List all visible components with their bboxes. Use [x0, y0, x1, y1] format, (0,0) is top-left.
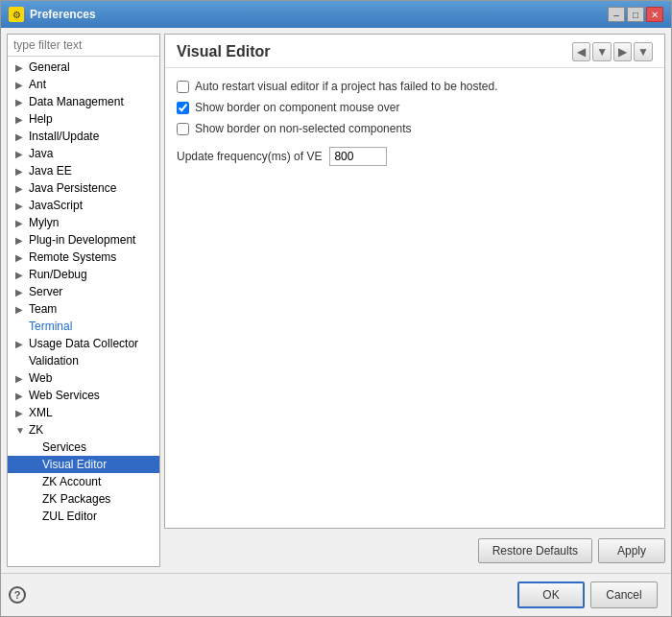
tree-label-usage-data-collector: Usage Data Collector [29, 337, 138, 350]
show-border-mouse-checkbox[interactable] [177, 102, 189, 114]
tree-item-run-debug[interactable]: ▶Run/Debug [8, 266, 159, 283]
tree-arrow-web-services: ▶ [15, 391, 25, 401]
preferences-icon: ⚙ [9, 7, 24, 22]
tree-item-usage-data-collector[interactable]: ▶Usage Data Collector [8, 335, 159, 352]
tree-item-zk-packages[interactable]: ZK Packages [8, 490, 159, 508]
tree-arrow-ant: ▶ [15, 80, 25, 90]
cancel-button[interactable]: Cancel [590, 581, 658, 608]
tree-item-mylyn[interactable]: ▶Mylyn [8, 214, 159, 231]
tree-item-terminal[interactable]: Terminal [8, 318, 159, 335]
close-button[interactable]: ✕ [646, 7, 663, 22]
tree-arrow-usage-data-collector: ▶ [15, 339, 25, 349]
tree-item-general[interactable]: ▶General [8, 59, 159, 76]
back-dropdown-icon: ▼ [596, 45, 608, 59]
restore-apply-row: Restore Defaults Apply [164, 534, 665, 567]
forward-dropdown-icon: ▼ [637, 45, 649, 59]
minimize-button[interactable]: – [608, 7, 625, 22]
filter-input[interactable] [8, 35, 159, 57]
content-body: Auto restart visual editor if a project … [165, 68, 664, 528]
tree-item-javascript[interactable]: ▶JavaScript [8, 197, 159, 214]
restore-defaults-button[interactable]: Restore Defaults [478, 538, 592, 563]
tree-arrow-help: ▶ [15, 114, 25, 125]
content-header: Visual Editor ◀ ▼ ▶ ▼ [165, 35, 664, 68]
footer-area: ? OK Cancel [1, 573, 671, 616]
back-dropdown-button[interactable]: ▼ [592, 42, 612, 61]
tree-label-remote-systems: Remote Systems [29, 250, 116, 264]
tree-item-java-ee[interactable]: ▶Java EE [8, 162, 159, 179]
auto-restart-row: Auto restart visual editor if a project … [177, 80, 653, 93]
tree-label-install-update: Install/Update [29, 130, 99, 143]
right-panel: Visual Editor ◀ ▼ ▶ ▼ [164, 34, 665, 567]
tree-arrow-zk: ▼ [15, 425, 25, 436]
tree-label-zk-packages: ZK Packages [42, 492, 110, 506]
tree-item-java[interactable]: ▶Java [8, 145, 159, 162]
tree-item-web[interactable]: ▶Web [8, 369, 159, 387]
apply-button[interactable]: Apply [598, 538, 665, 563]
tree-item-java-persistence[interactable]: ▶Java Persistence [8, 179, 159, 197]
tree-item-web-services[interactable]: ▶Web Services [8, 387, 159, 404]
auto-restart-label: Auto restart visual editor if a project … [195, 80, 498, 93]
tree-item-install-update[interactable]: ▶Install/Update [8, 128, 159, 145]
nav-buttons: ◀ ▼ ▶ ▼ [572, 42, 653, 61]
tree-item-zk[interactable]: ▼ZK [8, 421, 159, 439]
tree-item-plugin-development[interactable]: ▶Plug-in Development [8, 231, 159, 249]
tree-arrow-install-update: ▶ [15, 131, 25, 142]
tree-arrow-remote-systems: ▶ [15, 252, 25, 263]
tree-label-mylyn: Mylyn [29, 216, 59, 229]
tree-item-zk-account[interactable]: ZK Account [8, 473, 159, 490]
back-icon: ◀ [577, 45, 586, 59]
tree-list: ▶General▶Ant▶Data Management▶Help▶Instal… [8, 57, 159, 566]
main-content: ▶General▶Ant▶Data Management▶Help▶Instal… [1, 28, 671, 573]
show-border-nonselected-row: Show border on non-selected components [177, 122, 653, 135]
preferences-dialog: ⚙ Preferences – □ ✕ ▶General▶Ant▶Data Ma… [0, 0, 672, 617]
tree-label-java: Java [29, 147, 53, 160]
show-border-nonselected-checkbox[interactable] [177, 123, 189, 135]
tree-item-remote-systems[interactable]: ▶Remote Systems [8, 249, 159, 266]
tree-label-terminal: Terminal [29, 320, 72, 333]
tree-arrow-java: ▶ [15, 149, 25, 159]
tree-item-visual-editor[interactable]: Visual Editor [8, 456, 159, 473]
tree-arrow-javascript: ▶ [15, 201, 25, 211]
tree-arrow-server: ▶ [15, 287, 25, 297]
tree-item-help[interactable]: ▶Help [8, 110, 159, 128]
tree-arrow-plugin-development: ▶ [15, 235, 25, 246]
dialog-title: Preferences [30, 8, 96, 21]
tree-item-ant[interactable]: ▶Ant [8, 76, 159, 93]
tree-label-web: Web [29, 371, 52, 385]
left-panel: ▶General▶Ant▶Data Management▶Help▶Instal… [7, 34, 160, 567]
tree-label-zk: ZK [29, 423, 43, 437]
bottom-section: Restore Defaults Apply [164, 529, 665, 567]
content-area: Visual Editor ◀ ▼ ▶ ▼ [164, 34, 665, 529]
tree-label-web-services: Web Services [29, 389, 100, 402]
tree-item-data-management[interactable]: ▶Data Management [8, 93, 159, 110]
update-frequency-input[interactable] [329, 147, 387, 166]
tree-label-xml: XML [29, 406, 53, 419]
tree-label-ant: Ant [29, 78, 46, 91]
tree-item-validation[interactable]: Validation [8, 352, 159, 369]
ok-button[interactable]: OK [517, 581, 585, 608]
tree-item-services[interactable]: Services [8, 439, 159, 456]
auto-restart-checkbox[interactable] [177, 81, 189, 93]
content-title: Visual Editor [177, 43, 271, 60]
tree-label-java-persistence: Java Persistence [29, 181, 116, 195]
tree-label-visual-editor: Visual Editor [42, 458, 107, 471]
forward-button[interactable]: ▶ [613, 42, 632, 61]
tree-label-server: Server [29, 285, 62, 298]
tree-item-zul-editor[interactable]: ZUL Editor [8, 508, 159, 525]
help-button[interactable]: ? [9, 586, 26, 604]
update-frequency-label: Update frequency(ms) of VE [177, 150, 322, 163]
tree-arrow-java-persistence: ▶ [15, 183, 25, 194]
tree-label-javascript: JavaScript [29, 199, 83, 212]
maximize-button[interactable]: □ [627, 7, 644, 22]
tree-arrow-general: ▶ [15, 62, 25, 73]
show-border-mouse-label: Show border on component mouse over [195, 101, 399, 114]
tree-label-zul-editor: ZUL Editor [42, 510, 97, 523]
tree-item-xml[interactable]: ▶XML [8, 404, 159, 421]
show-border-nonselected-label: Show border on non-selected components [195, 122, 411, 135]
tree-arrow-run-debug: ▶ [15, 270, 25, 280]
tree-label-general: General [29, 60, 70, 74]
back-button[interactable]: ◀ [572, 42, 590, 61]
forward-dropdown-button[interactable]: ▼ [634, 42, 653, 61]
tree-item-team[interactable]: ▶Team [8, 300, 159, 318]
tree-item-server[interactable]: ▶Server [8, 283, 159, 300]
